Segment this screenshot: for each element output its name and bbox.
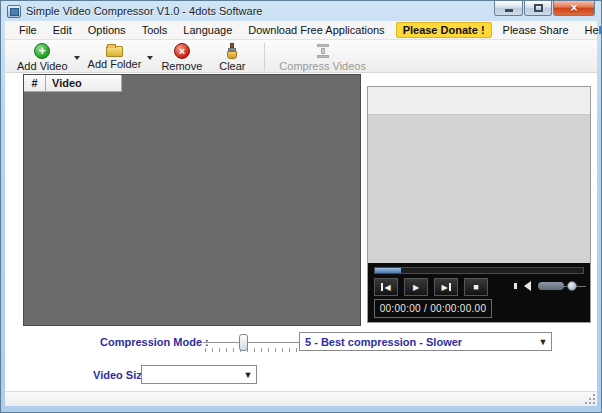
menu-help[interactable]: Help — [577, 22, 602, 38]
compress-videos-label: Compress Videos — [279, 60, 366, 72]
skip-forward-button[interactable]: ▶ — [434, 278, 458, 296]
menu-bar: File Edit Options Tools Language Downloa… — [5, 21, 597, 40]
preview-panel: ◀ ▶ ▶ ■ 00:00:00 / 00:00:00.00 — [367, 86, 591, 323]
skip-back-button[interactable]: ◀ — [374, 278, 398, 296]
add-video-icon: + — [34, 43, 50, 59]
toolbar-separator — [264, 43, 265, 71]
player-controls: ◀ ▶ ▶ ■ 00:00:00 / 00:00:00.00 — [368, 263, 590, 322]
skip-forward-icon: ▶ — [441, 283, 447, 292]
slider-thumb[interactable] — [239, 334, 248, 351]
add-folder-button[interactable]: Add Folder — [82, 42, 148, 71]
skip-back-bar-icon — [381, 283, 383, 291]
dropdown-arrow-icon: ▼ — [535, 337, 551, 347]
compression-mode-slider[interactable] — [203, 331, 301, 353]
slider-ticks — [205, 348, 299, 352]
clear-icon — [224, 43, 240, 59]
seek-bar[interactable] — [374, 267, 584, 274]
slider-track — [203, 342, 301, 344]
add-video-button[interactable]: + Add Video — [11, 42, 74, 73]
video-list-header: # Video — [24, 75, 360, 92]
menu-language[interactable]: Language — [175, 22, 240, 38]
skip-back-icon: ◀ — [384, 283, 390, 292]
dropdown-arrow-icon: ▼ — [240, 370, 256, 380]
add-folder-dropdown-arrow-icon[interactable] — [147, 56, 153, 60]
clear-label: Clear — [219, 60, 245, 72]
compression-mode-label: Compression Mode : — [100, 336, 209, 348]
app-window: Simple Video Compressor V1.0 - 4dots Sof… — [0, 0, 602, 413]
compress-videos-button[interactable]: Compress Videos — [273, 42, 372, 73]
add-video-label: Add Video — [17, 60, 68, 72]
clear-button[interactable]: Clear — [208, 42, 256, 73]
play-icon: ▶ — [413, 283, 419, 292]
add-video-dropdown-arrow-icon[interactable] — [74, 56, 80, 60]
status-bar — [5, 391, 597, 406]
resize-grip[interactable] — [585, 394, 595, 404]
window-title: Simple Video Compressor V1.0 - 4dots Sof… — [26, 5, 262, 17]
add-folder-label: Add Folder — [88, 58, 142, 70]
toolbar: + Add Video Add Folder × Remove Clear Co… — [5, 40, 597, 73]
menu-please-share[interactable]: Please Share — [495, 22, 577, 38]
maximize-icon — [534, 4, 543, 12]
menu-edit[interactable]: Edit — [45, 22, 80, 38]
skip-forward-bar-icon — [449, 283, 451, 291]
menu-options[interactable]: Options — [80, 22, 134, 38]
close-button[interactable]: × — [553, 1, 595, 16]
app-icon — [7, 5, 21, 18]
volume-slider-thumb[interactable] — [567, 281, 577, 291]
minimize-icon — [505, 9, 513, 12]
speaker-icon[interactable] — [524, 281, 531, 291]
compression-mode-dropdown[interactable]: 5 - Best compression - Slower ▼ — [299, 332, 552, 351]
play-button[interactable]: ▶ — [404, 278, 428, 296]
maximize-button[interactable] — [524, 1, 552, 16]
menu-please-donate[interactable]: Please Donate ! — [396, 22, 492, 38]
time-display: 00:00:00 / 00:00:00.00 — [374, 299, 492, 318]
menu-file[interactable]: File — [11, 22, 45, 38]
video-preview-area — [368, 115, 590, 263]
menu-download-free-applications[interactable]: Download Free Applications — [240, 22, 392, 38]
column-header-number[interactable]: # — [24, 75, 46, 92]
stop-button[interactable]: ■ — [464, 278, 488, 296]
titlebar: Simple Video Compressor V1.0 - 4dots Sof… — [5, 1, 597, 21]
seek-progress — [375, 268, 401, 273]
volume-track[interactable] — [538, 282, 564, 290]
video-size-dropdown[interactable]: ▼ — [141, 365, 257, 384]
minimize-button[interactable] — [494, 1, 523, 16]
remove-icon: × — [174, 43, 190, 59]
client-area: # Video ◀ ▶ ▶ — [5, 73, 597, 391]
compress-videos-icon — [315, 43, 331, 59]
remove-button[interactable]: × Remove — [155, 42, 208, 73]
remove-label: Remove — [161, 60, 202, 72]
close-icon: × — [570, 2, 577, 14]
column-header-video[interactable]: Video — [46, 75, 122, 92]
stop-icon: ■ — [473, 282, 478, 292]
video-list[interactable]: # Video — [23, 74, 361, 326]
preview-top-area — [368, 87, 590, 115]
compression-mode-value: 5 - Best compression - Slower — [300, 336, 535, 348]
menu-tools[interactable]: Tools — [134, 22, 176, 38]
add-folder-icon — [106, 46, 123, 57]
